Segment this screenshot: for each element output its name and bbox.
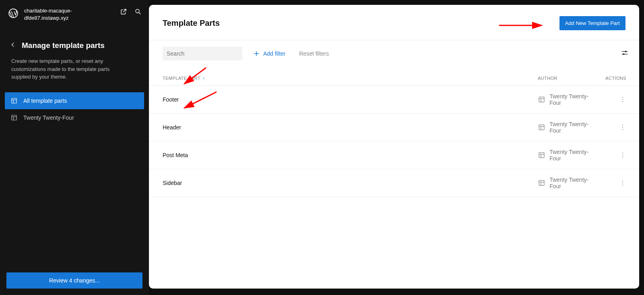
search-input[interactable] [167, 50, 237, 57]
sort-asc-icon: ↑ [203, 76, 205, 81]
template-part-name: Post Meta [163, 152, 538, 158]
svg-rect-3 [12, 115, 17, 120]
svg-point-10 [622, 101, 623, 102]
row-actions-button[interactable] [598, 179, 626, 187]
sidebar-item-label: All template parts [23, 98, 67, 104]
row-actions-button[interactable] [598, 152, 626, 159]
template-part-name: Header [163, 124, 538, 131]
external-link-icon[interactable] [120, 8, 127, 17]
svg-point-22 [622, 185, 623, 185]
template-part-author: Twenty Twenty-Four [538, 93, 598, 106]
search-input-wrap[interactable] [163, 47, 242, 60]
svg-point-5 [625, 51, 626, 52]
template-part-author: Twenty Twenty-Four [538, 121, 598, 134]
kebab-icon [619, 124, 626, 131]
table-row[interactable]: Post Meta Twenty Twenty-Four [149, 141, 639, 169]
add-filter-label: Add filter [263, 50, 285, 57]
svg-point-20 [622, 181, 623, 181]
svg-point-6 [623, 54, 624, 55]
column-header-template-part[interactable]: TEMPLATE PART ↑ [163, 76, 538, 81]
column-header-actions: ACTIONS [598, 76, 626, 81]
page-title: Template Parts [163, 19, 220, 28]
svg-point-21 [622, 183, 623, 183]
svg-point-14 [622, 129, 623, 130]
table-header: TEMPLATE PART ↑ AUTHOR ACTIONS [149, 70, 639, 86]
sidebar-item-label: Twenty Twenty-Four [23, 114, 74, 121]
content-panel: Template Parts Add New Template Part Add… [149, 5, 639, 289]
svg-point-13 [622, 127, 623, 128]
template-part-author: Twenty Twenty-Four [538, 177, 598, 189]
row-actions-button[interactable] [598, 124, 626, 131]
row-actions-button[interactable] [598, 96, 626, 103]
sidebar-description: Create new template parts, or reset any … [0, 55, 149, 89]
svg-rect-19 [539, 181, 544, 186]
svg-rect-2 [12, 98, 17, 103]
layout-icon [10, 97, 18, 104]
svg-point-9 [622, 99, 623, 100]
search-icon[interactable] [134, 8, 142, 17]
table-row[interactable]: Sidebar Twenty Twenty-Four [149, 169, 639, 197]
layout-icon [538, 151, 545, 159]
svg-point-16 [622, 153, 623, 154]
svg-point-1 [136, 9, 139, 13]
site-name: charitable-macaque-dfde87.instawp.xyz [24, 7, 114, 22]
template-part-author: Twenty Twenty-Four [538, 149, 598, 162]
kebab-icon [619, 152, 626, 159]
reset-filters-button[interactable]: Reset filters [299, 50, 329, 57]
chevron-left-icon[interactable] [10, 42, 16, 50]
add-filter-button[interactable]: Add filter [253, 50, 285, 57]
layout-icon [10, 114, 18, 121]
layout-icon [538, 179, 545, 187]
kebab-icon [619, 96, 626, 103]
plus-icon [253, 50, 260, 57]
table-row[interactable]: Header Twenty Twenty-Four [149, 114, 639, 141]
svg-point-17 [622, 155, 623, 156]
svg-rect-11 [539, 125, 544, 130]
svg-point-8 [622, 97, 623, 98]
kebab-icon [619, 179, 626, 187]
review-changes-button[interactable]: Review 4 changes... [6, 272, 142, 289]
sidebar-item-all-template-parts[interactable]: All template parts [5, 92, 144, 109]
layout-icon [538, 123, 545, 131]
wordpress-logo-icon[interactable] [8, 8, 19, 19]
template-part-name: Sidebar [163, 180, 538, 186]
add-new-template-part-button[interactable]: Add New Template Part [559, 16, 625, 30]
view-options-icon[interactable] [621, 49, 629, 58]
svg-rect-15 [539, 153, 544, 158]
column-header-author[interactable]: AUTHOR [538, 76, 598, 81]
svg-point-12 [622, 125, 623, 126]
table-row[interactable]: Footer Twenty Twenty-Four [149, 86, 639, 114]
template-part-name: Footer [163, 96, 538, 103]
sidebar: charitable-macaque-dfde87.instawp.xyz Ma… [0, 0, 149, 295]
svg-point-18 [622, 157, 623, 158]
sidebar-item-theme[interactable]: Twenty Twenty-Four [5, 109, 144, 126]
svg-rect-7 [539, 97, 544, 102]
sidebar-title: Manage template parts [22, 41, 105, 50]
layout-icon [538, 96, 545, 104]
